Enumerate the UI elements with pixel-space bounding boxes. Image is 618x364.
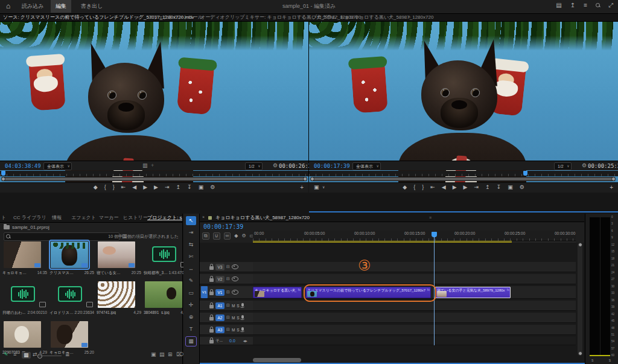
pen-tool[interactable]: ✎ xyxy=(186,276,196,286)
timeline-panel-menu-icon[interactable]: ≡ xyxy=(429,214,432,222)
goto-in-icon[interactable]: ⇤ xyxy=(430,185,435,190)
linked-selection-icon[interactable]: ∞ xyxy=(224,232,231,240)
track-a2-content[interactable] xyxy=(253,313,576,323)
tab-partial[interactable]: ト xyxy=(1,214,6,222)
insert-icon[interactable]: ↥ xyxy=(176,185,181,190)
sort-icon[interactable]: ≣ xyxy=(65,352,70,357)
lock-icon[interactable] xyxy=(209,292,214,295)
lock-icon[interactable] xyxy=(209,305,214,308)
scroll-knob[interactable] xyxy=(578,351,582,356)
project-item[interactable]: 寝ている女の子と...20:25 xyxy=(97,240,141,279)
solo-indicators[interactable]: S S xyxy=(591,359,618,362)
project-item-audio[interactable]: 快晴都市_35...1:43:47050 xyxy=(144,240,188,279)
v2-patch[interactable] xyxy=(201,274,208,284)
solo-button[interactable]: S xyxy=(237,328,239,332)
track-v2-header[interactable]: V2 ⊟ xyxy=(200,274,253,284)
nest-toggle-icon[interactable]: ⧉ xyxy=(202,232,209,240)
home-icon[interactable]: ⌂ xyxy=(6,2,10,10)
track-v2-content[interactable] xyxy=(253,274,576,284)
track-a2-label[interactable]: A2 xyxy=(215,315,225,321)
tab-program-monitor[interactable]: プログラム: キョロキョロする黒い犬_58987_1280x720 xyxy=(312,14,433,21)
track-v3-content[interactable] xyxy=(253,262,576,272)
goto-in-icon[interactable]: ⇤ xyxy=(121,185,126,190)
project-item-audio[interactable]: イロドリスト...2:20:23634 xyxy=(49,280,94,319)
tab-history[interactable]: ヒストリー xyxy=(123,214,148,222)
overwrite-icon[interactable]: ↧ xyxy=(187,185,192,190)
mark-in-icon[interactable]: { xyxy=(104,185,106,190)
wrench-icon[interactable]: ⚙ xyxy=(582,163,587,168)
timeline-settings-wrench-icon[interactable]: ⚙ xyxy=(241,234,246,240)
new-item-icon[interactable]: ⊞ xyxy=(168,352,173,357)
goto-out-icon[interactable]: ⇥ xyxy=(474,185,479,190)
track-output-eye-icon[interactable] xyxy=(232,290,238,295)
timeline-vertical-scrollbar[interactable] xyxy=(578,243,582,356)
program-scrollbar[interactable] xyxy=(310,177,616,181)
mute-button[interactable]: M xyxy=(232,328,235,332)
sync-lock-icon[interactable]: ⊟ xyxy=(226,264,230,269)
solo-button[interactable]: S xyxy=(237,304,239,308)
lock-icon[interactable] xyxy=(209,340,214,343)
tab-edit[interactable]: 編集 xyxy=(51,0,71,13)
program-fit-dropdown[interactable]: 全体表示 xyxy=(352,162,381,170)
fit-icon[interactable]: ◂▸ xyxy=(243,339,247,343)
program-mini-ruler[interactable] xyxy=(309,171,618,176)
track-a3-label[interactable]: A3 xyxy=(215,327,225,333)
program-video-frame[interactable] xyxy=(309,22,618,182)
play-icon[interactable]: ▶ xyxy=(143,185,147,190)
mark-out-icon[interactable]: } xyxy=(422,185,424,190)
rectangle-tool[interactable]: ▭ xyxy=(186,289,196,298)
add-marker-icon[interactable]: ◆ xyxy=(234,234,238,240)
track-v3-label[interactable]: V3 xyxy=(215,264,225,270)
track-output-eye-icon[interactable] xyxy=(232,264,238,269)
workspace-icon[interactable]: ≡ xyxy=(584,2,587,8)
a2-patch[interactable] xyxy=(201,313,208,322)
step-back-icon[interactable]: ◀ xyxy=(442,185,446,190)
export-frame-icon[interactable]: ▣ xyxy=(199,185,204,190)
master-volume-value[interactable]: 0.0 xyxy=(229,339,235,343)
clip-2-annotated[interactable]: クリスマスリースの前で待っているフレンチブルドッグ_57017_1280x720… xyxy=(305,287,431,298)
program-panel-menu-icon[interactable]: ≡ xyxy=(408,14,410,21)
icon-view-icon[interactable]: ▦ xyxy=(22,352,31,359)
button-editor-icon[interactable]: ⚙ xyxy=(210,185,215,190)
track-a2-header[interactable]: A2 ⊟ M S xyxy=(200,313,253,323)
fullscreen-icon[interactable]: ⤢ xyxy=(608,2,613,8)
slip-tool[interactable]: ↔ xyxy=(186,264,196,273)
ripple-edit-tool[interactable]: ⇆ xyxy=(186,240,196,249)
goto-out-icon[interactable]: ⇥ xyxy=(165,185,170,190)
safe-margin-icon[interactable]: ▥ xyxy=(142,163,148,168)
search-input[interactable] xyxy=(13,233,118,240)
timeline-ruler[interactable]: 00:0000:00:05:0000:00:10:0000:00:15:0000… xyxy=(253,231,576,241)
program-playhead-marker[interactable] xyxy=(523,171,527,176)
tab-import[interactable]: 読み込み xyxy=(17,0,48,13)
timeline-horizontal-scrollbar[interactable] xyxy=(253,358,301,362)
lock-icon[interactable] xyxy=(209,266,214,270)
quick-export-icon[interactable]: ↥ xyxy=(570,2,575,8)
source-scrollbar[interactable] xyxy=(1,177,307,181)
track-a1-label[interactable]: A1 xyxy=(215,302,225,309)
shuffle-icon[interactable]: ⇄ xyxy=(33,352,37,357)
solo-button[interactable]: S xyxy=(237,316,239,320)
project-item[interactable]: キョロキョロする...14:35 xyxy=(2,240,47,279)
selection-tool[interactable]: ↖ xyxy=(186,216,196,225)
mark-in-icon[interactable]: { xyxy=(413,185,415,190)
source-fit-dropdown[interactable]: 全体表示 xyxy=(43,162,72,170)
source-mini-ruler[interactable] xyxy=(0,171,308,176)
track-select-tool[interactable]: ⇥ xyxy=(186,228,196,237)
type-tool[interactable]: T xyxy=(186,325,196,334)
source-resolution-dropdown[interactable]: 1/2 xyxy=(245,162,263,170)
tab-export[interactable]: 書き出し xyxy=(76,0,107,13)
voice-over-mic-icon[interactable] xyxy=(241,303,244,307)
project-breadcrumb[interactable]: sample_01.prproj xyxy=(4,225,49,230)
search-icon[interactable] xyxy=(596,2,600,8)
tab-info[interactable]: 情報 xyxy=(52,214,62,222)
snap-magnet-icon[interactable]: ∪ xyxy=(213,232,220,240)
track-a1-content[interactable] xyxy=(253,301,576,311)
sync-lock-icon[interactable]: ⊟ xyxy=(226,327,230,332)
search-box[interactable] xyxy=(4,232,119,241)
panel-more-icon[interactable]: » xyxy=(302,14,304,21)
automate-icon[interactable]: ▣ xyxy=(151,352,156,357)
add-marker-icon[interactable]: ◆ xyxy=(403,185,407,190)
layout-icon[interactable]: ▤ xyxy=(556,2,561,8)
step-back-icon[interactable]: ◀ xyxy=(132,185,136,190)
track-master-header[interactable]: そ... 0.0 ◂▸ xyxy=(200,337,253,345)
